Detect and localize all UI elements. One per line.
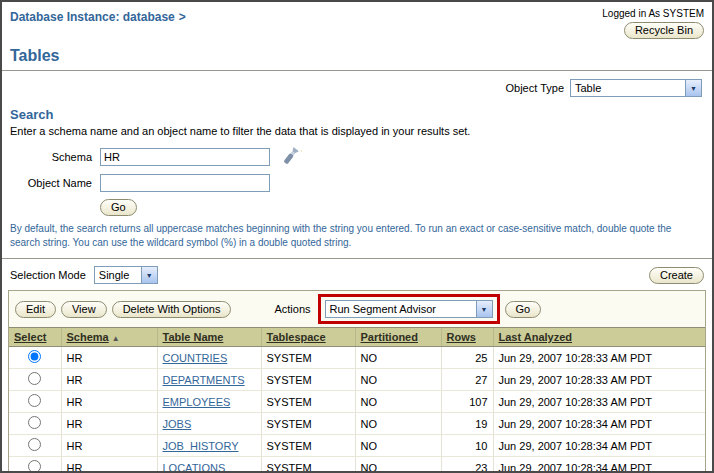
create-button[interactable]: Create — [649, 267, 704, 284]
row-select-radio[interactable] — [28, 394, 41, 407]
table-name-link[interactable]: DEPARTMENTS — [163, 374, 245, 386]
schema-label: Schema — [10, 151, 100, 163]
partitioned-cell: NO — [355, 435, 441, 457]
sort-ascending-icon: ▲ — [112, 334, 120, 343]
table-row: HR JOB_HISTORY SYSTEM NO 10 Jun 29, 2007… — [9, 435, 705, 457]
table-name-link[interactable]: EMPLOYEES — [163, 396, 231, 408]
schema-cell: HR — [61, 391, 157, 413]
chevron-down-icon: ▼ — [141, 267, 157, 283]
row-select-radio[interactable] — [28, 416, 41, 429]
selection-mode-label: Selection Mode — [10, 269, 86, 281]
column-header-schema[interactable]: Schema▲ — [61, 328, 157, 347]
schema-cell: HR — [61, 369, 157, 391]
search-go-row: Go — [100, 199, 712, 216]
tablespace-cell: SYSTEM — [261, 391, 355, 413]
table-name-link[interactable]: LOCATIONS — [163, 462, 226, 473]
schema-row: Schema — [10, 145, 712, 169]
selection-mode-select[interactable]: Single ▼ — [94, 266, 158, 284]
last-analyzed-cell: Jun 29, 2007 10:28:33 AM PDT — [493, 347, 705, 369]
breadcrumb: Database Instance: database> — [10, 8, 186, 24]
last-analyzed-cell: Jun 29, 2007 10:28:33 AM PDT — [493, 391, 705, 413]
table-header-row: Select Schema▲ Table Name Tablespace Par… — [9, 328, 705, 347]
column-header-tablespace[interactable]: Tablespace — [261, 328, 355, 347]
partitioned-cell: NO — [355, 457, 441, 473]
tablespace-cell: SYSTEM — [261, 413, 355, 435]
row-select-radio[interactable] — [28, 460, 41, 473]
actions-go-button[interactable]: Go — [505, 301, 542, 318]
table-row: HR EMPLOYEES SYSTEM NO 107 Jun 29, 2007 … — [9, 391, 705, 413]
rows-cell: 23 — [441, 457, 493, 473]
table-name-link[interactable]: JOBS — [163, 418, 192, 430]
partitioned-cell: NO — [355, 413, 441, 435]
table-name-link[interactable]: COUNTRIES — [163, 352, 228, 364]
table-row: HR JOBS SYSTEM NO 19 Jun 29, 2007 10:28:… — [9, 413, 705, 435]
actions-label: Actions — [274, 303, 310, 315]
object-type-select[interactable]: Table ▼ — [570, 79, 702, 97]
table-name-link[interactable]: JOB_HISTORY — [163, 440, 239, 452]
tablespace-cell: SYSTEM — [261, 369, 355, 391]
search-heading: Search — [10, 107, 712, 122]
page-title: Tables — [10, 47, 712, 65]
object-name-input[interactable] — [100, 174, 270, 192]
object-type-value: Table — [571, 80, 685, 96]
selection-mode-value: Single — [95, 267, 141, 283]
search-tip-text: By default, the search returns all upper… — [10, 222, 704, 250]
view-button[interactable]: View — [61, 301, 107, 318]
rows-cell: 10 — [441, 435, 493, 457]
schema-input[interactable] — [100, 148, 270, 166]
table-toolbar: Edit View Delete With Options Actions Ru… — [9, 291, 705, 327]
column-header-table-name[interactable]: Table Name — [157, 328, 261, 347]
schema-cell: HR — [61, 413, 157, 435]
search-instruction: Enter a schema name and an object name t… — [10, 125, 712, 137]
recycle-bin-button[interactable]: Recycle Bin — [624, 22, 704, 39]
rows-cell: 27 — [441, 369, 493, 391]
object-type-row: Object Type Table ▼ — [2, 71, 712, 99]
object-type-label: Object Type — [506, 82, 565, 94]
partitioned-cell: NO — [355, 391, 441, 413]
annotation-highlight-box: Run Segment Advisor ▼ — [318, 294, 500, 324]
object-name-row: Object Name — [10, 174, 712, 192]
object-name-label: Object Name — [10, 177, 100, 189]
flashlight-lookup-icon[interactable] — [278, 145, 302, 169]
last-analyzed-cell: Jun 29, 2007 10:28:34 AM PDT — [493, 413, 705, 435]
row-select-radio[interactable] — [28, 350, 41, 363]
page-header: Database Instance: database> Logged in A… — [2, 2, 712, 39]
column-header-partitioned[interactable]: Partitioned — [355, 328, 441, 347]
rows-cell: 25 — [441, 347, 493, 369]
actions-value: Run Segment Advisor — [326, 301, 476, 317]
delete-with-options-button[interactable]: Delete With Options — [112, 301, 232, 318]
selection-mode-row: Selection Mode Single ▼ Create — [2, 259, 712, 290]
rows-cell: 107 — [441, 391, 493, 413]
last-analyzed-cell: Jun 29, 2007 10:28:34 AM PDT — [493, 457, 705, 473]
schema-cell: HR — [61, 457, 157, 473]
tablespace-cell: SYSTEM — [261, 435, 355, 457]
last-analyzed-cell: Jun 29, 2007 10:28:34 AM PDT — [493, 435, 705, 457]
schema-cell: HR — [61, 435, 157, 457]
column-header-select[interactable]: Select — [9, 328, 61, 347]
last-analyzed-cell: Jun 29, 2007 10:28:33 AM PDT — [493, 369, 705, 391]
edit-button[interactable]: Edit — [15, 301, 56, 318]
table-row: HR DEPARTMENTS SYSTEM NO 27 Jun 29, 2007… — [9, 369, 705, 391]
table-row: HR LOCATIONS SYSTEM NO 23 Jun 29, 2007 1… — [9, 457, 705, 473]
results-region: Edit View Delete With Options Actions Ru… — [8, 290, 706, 473]
partitioned-cell: NO — [355, 369, 441, 391]
chevron-down-icon: ▼ — [685, 80, 701, 96]
table-row: HR COUNTRIES SYSTEM NO 25 Jun 29, 2007 1… — [9, 347, 705, 369]
partitioned-cell: NO — [355, 347, 441, 369]
actions-select[interactable]: Run Segment Advisor ▼ — [325, 300, 493, 318]
tables-table: Select Schema▲ Table Name Tablespace Par… — [9, 327, 705, 473]
column-header-last-analyzed[interactable]: Last Analyzed — [493, 328, 705, 347]
column-header-rows[interactable]: Rows — [441, 328, 493, 347]
schema-cell: HR — [61, 347, 157, 369]
header-right: Logged in As SYSTEM Recycle Bin — [602, 8, 704, 39]
tablespace-cell: SYSTEM — [261, 457, 355, 473]
page: Database Instance: database> Logged in A… — [0, 0, 714, 473]
rows-cell: 19 — [441, 413, 493, 435]
row-select-radio[interactable] — [28, 438, 41, 451]
chevron-down-icon: ▼ — [476, 301, 492, 317]
breadcrumb-database-instance-link[interactable]: Database Instance: database — [10, 10, 175, 24]
logged-in-text: Logged in As SYSTEM — [602, 8, 704, 19]
tablespace-cell: SYSTEM — [261, 347, 355, 369]
search-go-button[interactable]: Go — [100, 199, 137, 216]
row-select-radio[interactable] — [28, 372, 41, 385]
